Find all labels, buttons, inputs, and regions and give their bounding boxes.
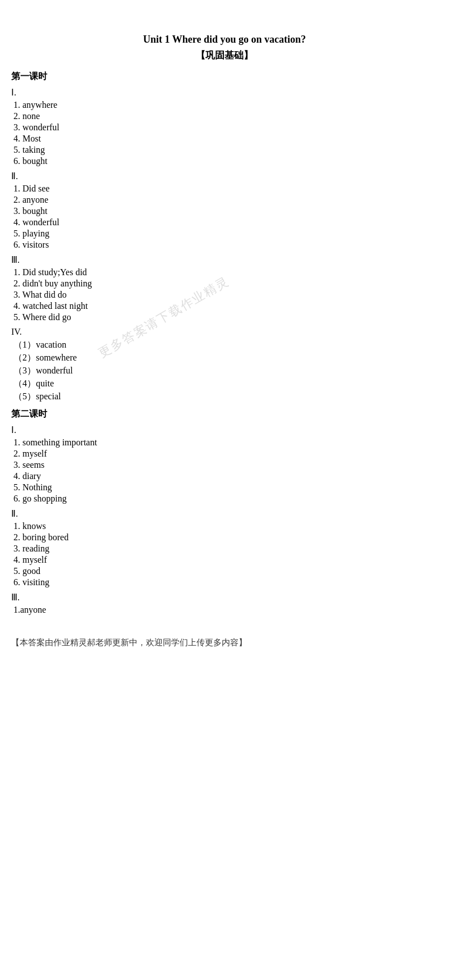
list-item-0-2-4: 5. Where did go	[11, 312, 438, 322]
list-item-1-0-4: 5. Nothing	[11, 482, 438, 493]
list-item-0-3-1: （2）somewhere	[11, 352, 438, 364]
section-0: 第一课时Ⅰ.1. anywhere2. none3. wonderful4. M…	[11, 71, 438, 403]
section-1: 第二课时Ⅰ.1. something important2. myself3. …	[11, 408, 438, 615]
list-item-0-1-3: 4. wonderful	[11, 217, 438, 227]
list-item-1-0-2: 3. seems	[11, 460, 438, 470]
list-item-0-3-0: （1）vacation	[11, 339, 438, 351]
list-item-1-0-0: 1. something important	[11, 437, 438, 448]
roman-heading-0-3: IV.	[11, 327, 438, 337]
roman-heading-1-0: Ⅰ.	[11, 425, 438, 435]
list-item-0-0-1: 2. none	[11, 111, 438, 121]
page-subtitle: 【巩固基础】	[11, 49, 438, 62]
list-item-1-1-4: 5. good	[11, 566, 438, 576]
list-item-1-0-1: 2. myself	[11, 449, 438, 459]
list-item-0-1-2: 3. bought	[11, 206, 438, 216]
list-item-0-1-5: 6. visitors	[11, 240, 438, 250]
roman-heading-1-2: Ⅲ.	[11, 592, 438, 603]
list-item-1-1-2: 3. reading	[11, 544, 438, 554]
list-item-0-1-1: 2. anyone	[11, 195, 438, 205]
list-item-0-2-3: 4. watched last night	[11, 301, 438, 311]
list-item-0-0-3: 4. Most	[11, 134, 438, 144]
list-item-0-3-2: （3）wonderful	[11, 365, 438, 377]
list-item-0-0-0: 1. anywhere	[11, 100, 438, 110]
list-item-0-1-0: 1. Did see	[11, 184, 438, 194]
list-item-0-0-5: 6. bought	[11, 156, 438, 166]
roman-heading-0-2: Ⅲ.	[11, 254, 438, 265]
list-item-0-0-2: 3. wonderful	[11, 122, 438, 133]
section-heading-1: 第二课时	[11, 408, 438, 420]
list-item-1-1-5: 6. visiting	[11, 577, 438, 587]
list-item-0-3-3: （4）quite	[11, 378, 438, 390]
footer: 【本答案由作业精灵郝老师更新中，欢迎同学们上传更多内容】	[11, 632, 438, 648]
list-item-1-1-1: 2. boring bored	[11, 532, 438, 543]
roman-heading-0-0: Ⅰ.	[11, 87, 438, 98]
list-item-0-2-2: 3. What did do	[11, 290, 438, 300]
list-item-0-2-0: 1. Did study;Yes did	[11, 267, 438, 277]
list-item-1-2-0: 1.anyone	[11, 605, 438, 615]
section-heading-0: 第一课时	[11, 71, 438, 83]
list-item-0-2-1: 2. didn't buy anything	[11, 279, 438, 289]
list-item-1-0-5: 6. go shopping	[11, 494, 438, 504]
page-title: Unit 1 Where did you go on vacation?	[11, 34, 438, 45]
list-item-1-1-3: 4. myself	[11, 555, 438, 565]
list-item-0-0-4: 5. taking	[11, 145, 438, 155]
roman-heading-1-1: Ⅱ.	[11, 508, 438, 519]
list-item-0-3-4: （5）special	[11, 391, 438, 403]
list-item-1-1-0: 1. knows	[11, 521, 438, 531]
list-item-1-0-3: 4. diary	[11, 471, 438, 481]
roman-heading-0-1: Ⅱ.	[11, 171, 438, 181]
list-item-0-1-4: 5. playing	[11, 229, 438, 239]
